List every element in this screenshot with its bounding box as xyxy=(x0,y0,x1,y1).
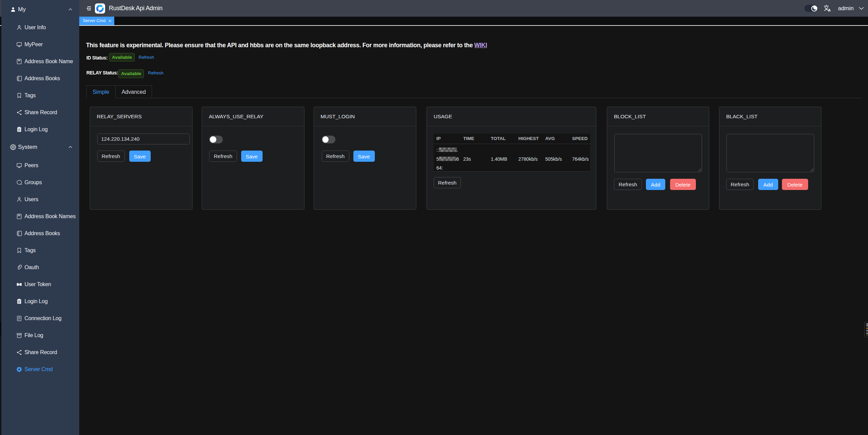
svg-text:A: A xyxy=(828,8,831,12)
